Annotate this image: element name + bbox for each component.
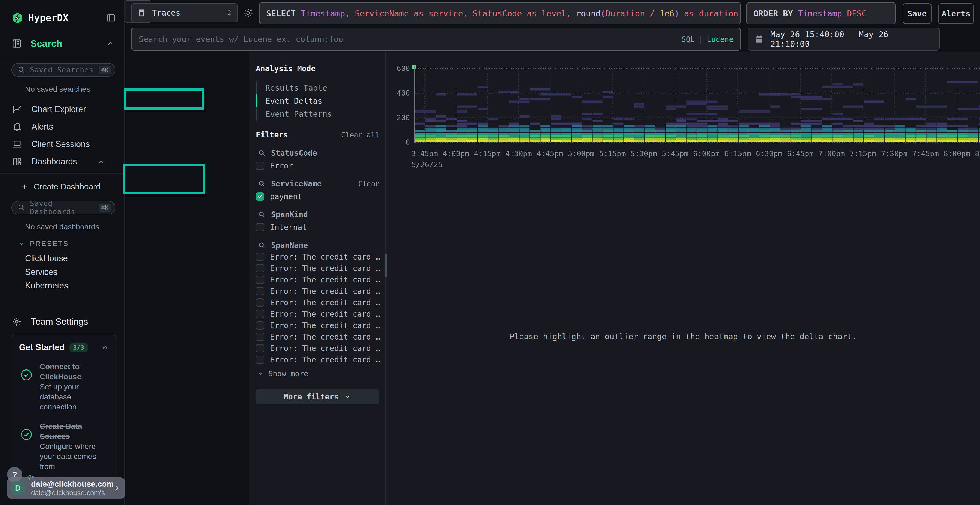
app-title: HyperDX <box>28 13 106 24</box>
sidebar-item-alerts[interactable]: Alerts <box>0 118 124 135</box>
analysis-mode-tab-event-deltas[interactable]: Event Deltas <box>256 94 380 108</box>
language-lucene[interactable]: Lucene <box>707 35 733 43</box>
checkbox-unchecked[interactable] <box>256 223 264 231</box>
filter-option-label: Error: The credit card … <box>270 264 380 273</box>
filter-group-title: SpanName <box>271 241 380 250</box>
filter-option[interactable]: Error: The credit card … <box>256 355 380 364</box>
search-input[interactable]: Search your events w/ Lucene ex. column:… <box>131 28 741 51</box>
chevron-down-icon <box>344 393 351 400</box>
preset-dashboard-services[interactable]: Services <box>0 265 124 279</box>
plus-icon: + <box>22 181 27 192</box>
presets-toggle[interactable]: PRESETS <box>18 240 124 248</box>
filter-option[interactable]: payment <box>256 192 380 201</box>
get-started-card: Get Started 3/3 Connect to ClickHouseSet… <box>11 335 117 484</box>
order-by-editor[interactable]: ORDER BY Timestamp DESC <box>746 2 896 24</box>
filter-option[interactable]: Error: The credit card … <box>256 344 380 353</box>
user-menu[interactable]: D dale@clickhouse.com dale@clickhouse.co… <box>7 477 125 499</box>
sidebar-item-dashboards[interactable]: Dashboards <box>0 153 124 170</box>
get-started-item[interactable]: Create Data SourcesConfigure where your … <box>19 421 109 472</box>
show-more-toggle[interactable]: Show more <box>256 370 380 378</box>
sql-select-editor[interactable]: SELECT Timestamp, ServiceName as service… <box>259 2 741 24</box>
duration-heatmap[interactable] <box>393 65 980 169</box>
source-settings-gear-icon[interactable] <box>243 8 254 19</box>
sidebar-item-client-sessions[interactable]: Client Sessions <box>0 135 124 153</box>
checkbox-unchecked[interactable] <box>256 333 264 341</box>
filter-option[interactable]: Error: The credit card … <box>256 332 380 341</box>
main-area: Traces SELECT Timestamp, ServiceName as … <box>125 0 980 505</box>
filter-option[interactable]: Error: The credit card … <box>256 310 380 318</box>
chevron-up-icon[interactable] <box>101 344 109 351</box>
more-filters-button[interactable]: More filters <box>256 389 379 404</box>
calendar-icon <box>755 35 764 44</box>
chevron-down-icon <box>18 240 25 247</box>
saved-dashboards-placeholder: Saved Dashboards <box>30 199 99 216</box>
divider <box>0 57 124 57</box>
analysis-mode-tab-results-table[interactable]: Results Table <box>256 81 380 94</box>
magnifier-icon <box>258 149 266 157</box>
chevron-up-icon[interactable] <box>106 40 115 48</box>
get-started-item[interactable]: Connect to ClickHouseSet up your databas… <box>19 362 109 412</box>
checkbox-unchecked[interactable] <box>256 299 264 306</box>
magnifier-icon <box>258 180 266 188</box>
chart-explorer-icon <box>12 104 22 114</box>
filter-option[interactable]: Error: The credit card … <box>256 275 380 284</box>
date-range-picker[interactable]: May 26 15:40:00 - May 26 21:10:00 <box>748 28 940 51</box>
preset-dashboard-clickhouse[interactable]: ClickHouse <box>0 252 124 265</box>
checkbox-unchecked[interactable] <box>256 356 264 364</box>
checkbox-unchecked[interactable] <box>256 321 264 329</box>
sidebar-nav: Chart ExplorerAlertsClient SessionsDashb… <box>0 101 124 170</box>
checkbox-checked[interactable] <box>256 192 264 200</box>
sidebar-item-label: Alerts <box>32 122 53 132</box>
get-started-items: Connect to ClickHouseSet up your databas… <box>19 362 109 484</box>
filter-option[interactable]: Error: The credit card … <box>256 321 380 330</box>
presets-label: PRESETS <box>30 240 68 248</box>
filter-option[interactable]: Error: The credit card … <box>256 287 380 295</box>
filter-option[interactable]: Error: The credit card … <box>256 298 380 307</box>
date-range-value: May 26 15:40:00 - May 26 21:10:00 <box>770 30 932 49</box>
source-select[interactable]: Traces <box>131 3 238 22</box>
checkbox-unchecked[interactable] <box>256 276 264 284</box>
analysis-mode-tab-event-patterns[interactable]: Event Patterns <box>256 108 380 121</box>
checkbox-unchecked[interactable] <box>256 264 264 272</box>
preset-dashboard-kubernetes[interactable]: Kubernetes <box>0 279 124 292</box>
sidebar-item-label: Dashboards <box>32 157 77 167</box>
create-dashboard-button[interactable]: + Create Dashboard <box>22 181 124 193</box>
filter-option[interactable]: Error <box>256 161 380 170</box>
filter-groups: StatusCodeErrorServiceNameClearpaymentSp… <box>256 149 380 364</box>
filter-option[interactable]: Internal <box>256 223 380 232</box>
get-started-item-desc: Configure where your data comes from <box>40 442 96 471</box>
filter-option[interactable]: Error: The credit card … <box>256 252 380 261</box>
search-icon <box>18 66 25 74</box>
filter-option-label: Error: The credit card … <box>270 287 380 296</box>
chevron-down-icon <box>257 370 264 377</box>
filter-group-title: ServiceName <box>271 179 358 188</box>
bell-icon <box>12 122 22 132</box>
alerts-button[interactable]: Alerts <box>938 3 974 24</box>
filter-panel: Analysis Mode Results TableEvent DeltasE… <box>249 52 385 505</box>
filter-clear-link[interactable]: Clear <box>358 180 380 188</box>
delta-chart-empty-message: Please highlight an outlier range in the… <box>386 332 980 341</box>
filter-group-servicename: ServiceNameClearpayment <box>256 179 380 201</box>
checkbox-unchecked[interactable] <box>256 344 264 353</box>
sidebar-section-search[interactable]: Search <box>0 38 124 49</box>
filters-title: Filters <box>256 130 288 139</box>
search-book-icon <box>11 38 22 49</box>
team-settings-button[interactable]: Team Settings <box>11 316 124 327</box>
checkbox-unchecked[interactable] <box>256 310 264 318</box>
sidebar-collapse-icon[interactable] <box>106 13 116 23</box>
checkbox-unchecked[interactable] <box>256 162 264 170</box>
sidebar-item-chart-explorer[interactable]: Chart Explorer <box>0 101 124 118</box>
clear-all-link[interactable]: Clear all <box>341 131 380 139</box>
sql-query-text: SELECT Timestamp, ServiceName as service… <box>266 9 741 18</box>
save-button[interactable]: Save <box>903 3 932 24</box>
saved-dashboards-input[interactable]: Saved Dashboards ⌘K <box>11 201 115 214</box>
chart-panel: Please highlight an outlier range in the… <box>386 52 980 505</box>
hyperdx-logo-icon <box>12 12 23 24</box>
filter-option[interactable]: Error: The credit card … <box>256 264 380 273</box>
filter-option-label: Error: The credit card … <box>270 298 380 307</box>
language-sql[interactable]: SQL <box>681 35 695 43</box>
checkbox-unchecked[interactable] <box>256 287 264 295</box>
hyperdx-app: HyperDX Search Saved Searches ⌘K No save… <box>0 0 980 505</box>
checkbox-unchecked[interactable] <box>256 253 264 261</box>
saved-searches-input[interactable]: Saved Searches ⌘K <box>11 63 115 77</box>
